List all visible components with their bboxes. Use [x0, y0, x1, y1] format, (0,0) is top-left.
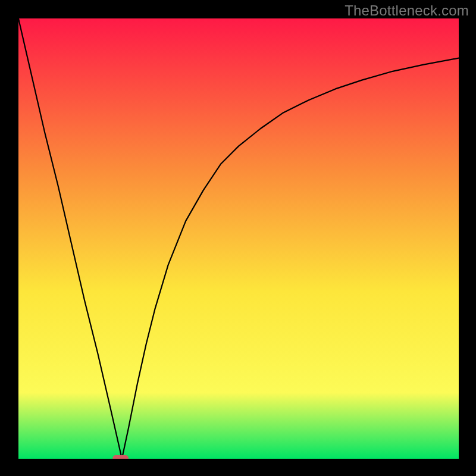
chart-svg [18, 18, 459, 459]
bottleneck-marker [112, 455, 129, 459]
gradient-background [18, 18, 459, 459]
chart-frame: TheBottleneck.com [0, 0, 476, 476]
watermark-text: TheBottleneck.com [345, 2, 469, 19]
plot-area [18, 18, 459, 459]
